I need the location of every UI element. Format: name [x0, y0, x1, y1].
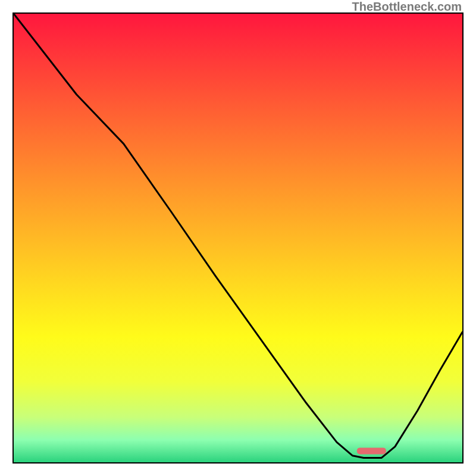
chart-frame [12, 12, 464, 464]
chart-background [14, 14, 462, 462]
chart-svg [14, 14, 462, 462]
watermark-text: TheBottleneck.com [352, 0, 462, 14]
optimum-marker [357, 447, 386, 454]
